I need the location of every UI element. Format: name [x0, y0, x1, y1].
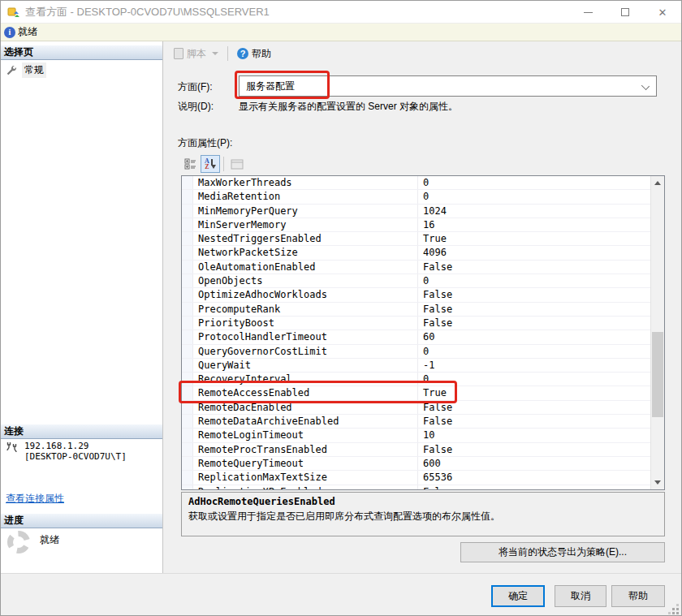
property-row[interactable]: MinServerMemory16	[182, 218, 650, 232]
property-name: MaxWorkerThreads	[193, 176, 417, 189]
wrench-icon	[6, 65, 17, 76]
connection-info: 192.168.1.29 [DESKTOP-0CVOD7U\T]	[6, 441, 127, 462]
row-gutter	[182, 373, 193, 386]
property-row[interactable]: ReplicationMaxTextSize65536	[182, 471, 650, 485]
help-toolbar-button[interactable]: ? 帮助	[234, 45, 274, 62]
property-row[interactable]: ProtocolHandlerTimeout60	[182, 330, 650, 344]
row-gutter	[182, 261, 193, 274]
property-row[interactable]: QueryGovernorCostLimit0	[182, 345, 650, 359]
property-row[interactable]: RemoteLoginTimeout10	[182, 429, 650, 442]
property-value[interactable]: 0	[417, 274, 650, 287]
property-name: NetworkPacketSize	[193, 246, 417, 259]
property-name: RemoteDacEnabled	[193, 401, 417, 414]
property-name: PriorityBoost	[193, 317, 417, 330]
chevron-down-icon	[212, 52, 218, 55]
property-value[interactable]: 10	[417, 429, 650, 442]
scroll-down-icon	[654, 480, 661, 485]
close-button[interactable]: ✕	[644, 1, 681, 24]
property-value[interactable]: True	[417, 232, 650, 245]
row-gutter	[182, 443, 193, 456]
property-value[interactable]: 4096	[417, 246, 650, 259]
property-name: OleAutomationEnabled	[193, 261, 417, 274]
property-value[interactable]: False	[417, 443, 650, 456]
property-value[interactable]: 1024	[417, 205, 650, 218]
dialog-footer: 确定 取消 帮助	[1, 573, 681, 616]
connection-account: [DESKTOP-0CVOD7U\T]	[24, 451, 127, 462]
maximize-button[interactable]	[606, 1, 644, 24]
property-row[interactable]: ReplicationXPsEnabledFalse	[182, 485, 650, 489]
sidebar-item-general[interactable]: 常规	[6, 62, 46, 78]
property-row[interactable]: PrecomputeRankFalse	[182, 303, 650, 317]
facet-description: 显示有关服务器的配置设置的 Server 对象的属性。	[239, 100, 653, 114]
categorized-view-button[interactable]	[181, 155, 201, 173]
property-value[interactable]: False	[417, 401, 650, 414]
property-row[interactable]: NetworkPacketSize4096	[182, 246, 650, 260]
property-row[interactable]: RemoteAccessEnabledTrue	[182, 386, 650, 400]
script-button-label: 脚本	[187, 47, 206, 61]
property-row[interactable]: RemoteProcTransEnabledFalse	[182, 443, 650, 457]
property-value[interactable]: True	[417, 386, 650, 399]
sidebar: 选择页 常规 连接 192.168.1.29 [DESKTOP-0CVOD7U\…	[1, 41, 163, 573]
property-value[interactable]: 16	[417, 218, 650, 231]
sidebar-item-label: 常规	[22, 62, 46, 78]
property-name: RemoteAccessEnabled	[193, 386, 417, 399]
property-row[interactable]: MaxWorkerThreads0	[182, 176, 650, 190]
property-value[interactable]: 0	[417, 190, 650, 203]
property-row[interactable]: NestedTriggersEnabledTrue	[182, 232, 650, 246]
scroll-down-button[interactable]	[651, 476, 664, 489]
property-row[interactable]: RemoteQueryTimeout600	[182, 457, 650, 471]
export-policy-button[interactable]: 将当前的状态导出为策略(E)...	[460, 542, 665, 562]
property-row[interactable]: MediaRetention0	[182, 190, 650, 204]
connection-header: 连接	[1, 424, 162, 439]
row-gutter	[182, 415, 193, 428]
property-value[interactable]: 600	[417, 457, 650, 470]
property-row[interactable]: RemoteDataArchiveEnabledFalse	[182, 415, 650, 429]
view-connection-properties-link[interactable]: 查看连接属性	[6, 492, 64, 506]
minimize-icon	[584, 12, 593, 13]
property-value[interactable]: False	[417, 288, 650, 301]
facet-combobox[interactable]: 服务器配置	[239, 75, 657, 97]
property-value[interactable]: False	[417, 303, 650, 316]
cancel-button[interactable]: 取消	[555, 585, 606, 607]
property-row[interactable]: RemoteDacEnabledFalse	[182, 401, 650, 415]
property-grid[interactable]: MaxWorkerThreads0MediaRetention0MinMemor…	[181, 175, 665, 490]
property-pages-button	[227, 155, 247, 173]
property-value[interactable]: False	[417, 485, 650, 489]
script-button[interactable]: 脚本	[170, 45, 222, 62]
minimize-button[interactable]	[569, 1, 606, 24]
property-value[interactable]: 0	[417, 373, 650, 386]
property-value[interactable]: False	[417, 415, 650, 428]
row-gutter	[182, 176, 193, 189]
info-icon: i	[4, 27, 15, 38]
help-button[interactable]: 帮助	[611, 585, 665, 607]
property-name: RemoteLoginTimeout	[193, 429, 417, 442]
scrollbar-thumb[interactable]	[652, 332, 663, 417]
property-value[interactable]: False	[417, 261, 650, 274]
property-value[interactable]: False	[417, 317, 650, 330]
property-row[interactable]: RecoveryInterval0	[182, 373, 650, 386]
property-row[interactable]: QueryWait-1	[182, 359, 650, 373]
property-name: QueryWait	[193, 359, 417, 372]
property-name: OptimizeAdhocWorkloads	[193, 288, 417, 301]
row-gutter	[182, 345, 193, 358]
connection-icon	[6, 441, 19, 454]
property-name: MediaRetention	[193, 190, 417, 203]
scroll-up-button[interactable]	[651, 176, 664, 190]
property-value[interactable]: 0	[417, 176, 650, 189]
property-grid-toolbar: AZ	[181, 155, 247, 173]
property-row[interactable]: PriorityBoostFalse	[182, 317, 650, 330]
property-row[interactable]: MinMemoryPerQuery1024	[182, 205, 650, 218]
property-value[interactable]: 65536	[417, 471, 650, 484]
property-row[interactable]: OleAutomationEnabledFalse	[182, 261, 650, 274]
property-value[interactable]: 60	[417, 330, 650, 343]
resize-grip[interactable]	[676, 612, 679, 614]
az-arrow-icon	[211, 165, 216, 169]
alphabetical-sort-button[interactable]: AZ	[201, 155, 220, 173]
vertical-scrollbar[interactable]	[650, 176, 664, 489]
scroll-up-icon	[654, 181, 661, 185]
property-row[interactable]: OpenObjects0	[182, 274, 650, 288]
ok-button[interactable]: 确定	[491, 585, 545, 607]
property-row[interactable]: OptimizeAdhocWorkloadsFalse	[182, 288, 650, 302]
property-value[interactable]: -1	[417, 359, 650, 372]
property-value[interactable]: 0	[417, 345, 650, 358]
